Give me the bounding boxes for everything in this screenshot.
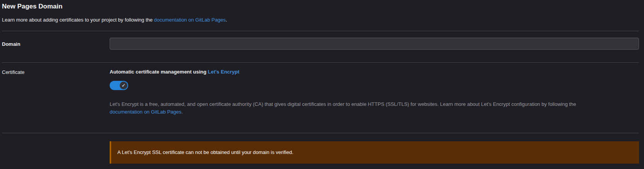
intro-text-after-link: . [226,17,227,23]
lets-encrypt-link[interactable]: Let's Encrypt [208,69,239,75]
new-pages-domain-page: New Pages Domain Learn more about adding… [0,0,644,169]
alert-row: A Let's Encrypt SSL certificate can not … [2,133,639,164]
lets-encrypt-description: Let's Encrypt is a free, automated, and … [110,100,639,116]
certificate-field-column: Automatic certificate management using L… [110,69,639,116]
auto-cert-toggle[interactable]: ✓ [110,81,128,90]
domain-field-column [110,38,639,50]
domain-label: Domain [2,38,110,47]
alert-spacer [2,133,110,164]
auto-cert-text: Automatic certificate management using [110,69,208,75]
divider [2,62,639,63]
intro-docs-link[interactable]: documentation on GitLab Pages [154,17,226,23]
intro-text: Learn more about adding certificates to … [2,17,639,23]
certificate-form-row: Certificate Automatic certificate manage… [2,69,639,116]
certificate-label: Certificate [2,69,110,75]
description-text-after-link: . [181,109,183,115]
domain-form-row: Domain [2,38,639,50]
warning-alert-message: A Let's Encrypt SSL certificate can not … [117,149,293,155]
divider [2,31,639,31]
warning-alert: A Let's Encrypt SSL certificate can not … [110,141,639,164]
domain-input[interactable] [110,38,639,50]
auto-cert-heading: Automatic certificate management using L… [110,69,639,75]
description-text: Let's Encrypt is a free, automated, and … [110,101,576,107]
check-icon: ✓ [120,82,127,89]
page-title: New Pages Domain [2,0,639,10]
intro-text-before-link: Learn more about adding certificates to … [2,17,154,23]
description-docs-link[interactable]: documentation on GitLab Pages [110,109,181,115]
